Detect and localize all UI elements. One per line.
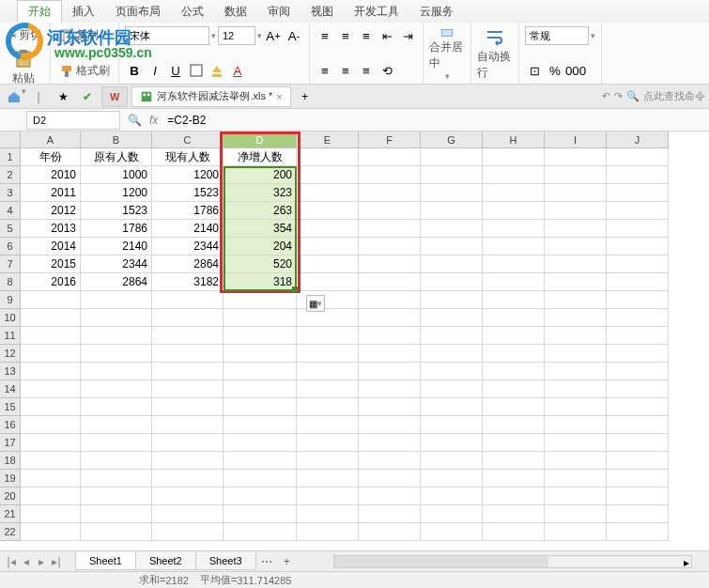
align-left-button[interactable]: ≡ [316, 61, 334, 80]
cell-C2[interactable]: 1200 [152, 166, 223, 184]
cell-H21[interactable] [483, 505, 545, 523]
ribbon-tab-1[interactable]: 插入 [62, 1, 105, 23]
cell-G10[interactable] [421, 309, 483, 327]
select-all-corner[interactable] [0, 132, 21, 148]
cell-J11[interactable] [607, 327, 669, 345]
cell-C14[interactable] [152, 380, 223, 398]
cell-G6[interactable] [421, 238, 483, 255]
fx-label[interactable]: fx [149, 114, 163, 127]
autofill-options-button[interactable]: ▦▾ [306, 295, 325, 312]
cell-G8[interactable] [421, 273, 483, 291]
cell-G3[interactable] [421, 184, 483, 202]
cell-I17[interactable] [545, 434, 607, 452]
copy-button[interactable]: 复制 [56, 26, 101, 44]
cell-D15[interactable] [223, 398, 297, 416]
cell-A16[interactable] [21, 416, 81, 434]
home-button[interactable] [4, 86, 24, 107]
cell-E12[interactable] [297, 345, 359, 363]
cell-J22[interactable] [607, 523, 669, 541]
cell-D1[interactable]: 净增人数 [223, 148, 297, 166]
column-headers[interactable]: ABCDEFGHIJ [21, 132, 669, 148]
underline-button[interactable]: U [166, 61, 185, 80]
cell-A17[interactable] [21, 434, 81, 452]
row-header-6[interactable]: 6 [0, 238, 21, 255]
cell-I19[interactable] [545, 470, 607, 487]
cell-G15[interactable] [421, 398, 483, 416]
cell-A10[interactable] [21, 309, 81, 327]
currency-button[interactable]: ⊡ [525, 61, 544, 80]
cell-A22[interactable] [21, 523, 81, 541]
indent-dec-button[interactable]: ⇤ [378, 26, 396, 45]
add-sheet-button[interactable]: + [278, 552, 296, 571]
cell-I8[interactable] [545, 273, 607, 291]
cell-C19[interactable] [152, 470, 223, 487]
row-header-7[interactable]: 7 [0, 255, 21, 273]
cell-I5[interactable] [545, 220, 607, 238]
cell-E4[interactable] [297, 202, 359, 220]
row-header-15[interactable]: 15 [0, 398, 21, 416]
cell-H13[interactable] [483, 363, 545, 380]
cell-G21[interactable] [421, 505, 483, 523]
cell-H17[interactable] [483, 434, 545, 452]
format-painter-button[interactable]: 格式刷 [56, 62, 113, 80]
cell-F13[interactable] [359, 363, 421, 380]
ribbon-tab-8[interactable]: 云服务 [409, 1, 464, 23]
font-size-combo[interactable] [218, 26, 255, 45]
cell-I3[interactable] [545, 184, 607, 202]
cell-J8[interactable] [607, 273, 669, 291]
row-header-2[interactable]: 2 [0, 166, 21, 184]
cell-G14[interactable] [421, 380, 483, 398]
col-header-A[interactable]: A [21, 132, 81, 148]
cell-E11[interactable] [297, 327, 359, 345]
cell-G7[interactable] [421, 255, 483, 273]
borders-button[interactable] [187, 61, 206, 80]
cell-C4[interactable]: 1786 [152, 202, 223, 220]
cell-G17[interactable] [421, 434, 483, 452]
col-header-I[interactable]: I [545, 132, 607, 148]
cell-J13[interactable] [607, 363, 669, 380]
row-header-19[interactable]: 19 [0, 470, 21, 487]
cell-H8[interactable] [483, 273, 545, 291]
percent-button[interactable]: % [546, 61, 564, 80]
cell-F17[interactable] [359, 434, 421, 452]
cell-F16[interactable] [359, 416, 421, 434]
number-format-combo[interactable] [525, 26, 589, 45]
fill-color-button[interactable] [208, 61, 226, 80]
cell-B13[interactable] [81, 363, 152, 380]
cell-A9[interactable] [21, 291, 81, 309]
cell-B15[interactable] [81, 398, 152, 416]
cell-E16[interactable] [297, 416, 359, 434]
cell-B18[interactable] [81, 452, 152, 470]
cell-C10[interactable] [152, 309, 223, 327]
cell-G19[interactable] [421, 470, 483, 487]
cell-A11[interactable] [21, 327, 81, 345]
row-header-8[interactable]: 8 [0, 273, 21, 291]
decrease-font-button[interactable]: A- [285, 26, 303, 45]
cell-J17[interactable] [607, 434, 669, 452]
cell-I21[interactable] [545, 505, 607, 523]
cut-button[interactable]: 剪切 [6, 26, 44, 44]
cell-D9[interactable] [223, 291, 297, 309]
ribbon-tab-7[interactable]: 开发工具 [344, 1, 409, 23]
cell-A4[interactable]: 2012 [21, 202, 81, 220]
cell-I2[interactable] [545, 166, 607, 184]
cell-H5[interactable] [483, 220, 545, 238]
cell-J1[interactable] [607, 148, 669, 166]
check-button[interactable]: ✔ [77, 86, 98, 107]
sheet-nav-prev[interactable]: ◂ [19, 555, 34, 568]
cell-A7[interactable]: 2015 [21, 255, 81, 273]
cell-F14[interactable] [359, 380, 421, 398]
align-right-button[interactable]: ≡ [357, 61, 376, 80]
cell-D11[interactable] [223, 327, 297, 345]
cell-G11[interactable] [421, 327, 483, 345]
cell-B1[interactable]: 原有人数 [81, 148, 152, 166]
cell-D2[interactable]: 200 [223, 166, 297, 184]
cell-F15[interactable] [359, 398, 421, 416]
cell-D18[interactable] [223, 452, 297, 470]
cell-H16[interactable] [483, 416, 545, 434]
cell-B20[interactable] [81, 487, 152, 505]
cell-D16[interactable] [223, 416, 297, 434]
col-header-B[interactable]: B [81, 132, 152, 148]
cell-F22[interactable] [359, 523, 421, 541]
ribbon-tab-2[interactable]: 页面布局 [105, 1, 171, 23]
